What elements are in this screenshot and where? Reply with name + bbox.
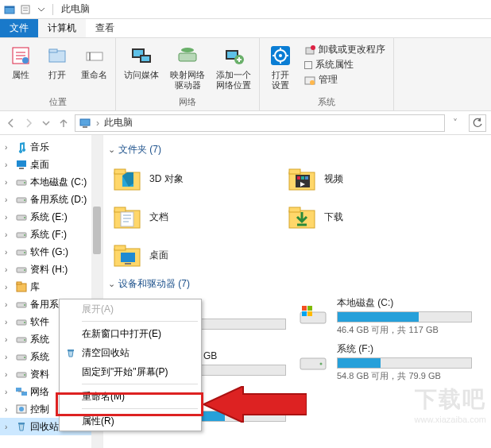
svg-point-97	[320, 363, 323, 365]
tree-item[interactable]: ›库	[0, 278, 102, 295]
tree-item[interactable]: ›软件 (G:)	[0, 243, 102, 261]
drive-item[interactable]: 本地磁盘 (C:)46.4 GB 可用，共 117 GB	[294, 294, 477, 338]
add-location-icon	[221, 43, 246, 68]
svg-rect-9	[87, 52, 102, 60]
tree-item-label: 控制	[30, 403, 49, 416]
tree-item[interactable]: ›资料 (H:)	[0, 261, 102, 278]
tree-item[interactable]: ›本地磁盘 (C:)	[0, 173, 102, 191]
tree-item-label: 系统 (F:)	[30, 228, 67, 241]
ribbon-uninstall-item[interactable]: 卸载或更改程序	[304, 43, 385, 56]
nav-up-button[interactable]	[57, 117, 70, 129]
ribbon-tabs: 文件 计算机 查看	[0, 19, 491, 38]
menu-pin-start[interactable]: 固定到"开始"屏幕(P)	[60, 362, 201, 381]
chevron-right-icon: ›	[5, 230, 13, 239]
menu-properties[interactable]: 属性(R)	[60, 411, 201, 431]
tab-computer[interactable]: 计算机	[38, 19, 86, 37]
tree-item[interactable]: ›音乐	[0, 138, 102, 156]
nav-forward-button[interactable]	[22, 117, 35, 129]
section-drives-header[interactable]: ⌄ 设备和驱动器 (7)	[108, 274, 491, 294]
drive-icon	[15, 315, 28, 328]
ribbon-open-button[interactable]: 打开	[41, 41, 73, 95]
tab-file[interactable]: 文件	[0, 19, 38, 37]
drive-icon	[15, 176, 28, 188]
tree-item-label: 桌面	[30, 158, 49, 172]
menu-open-new-window[interactable]: 在新窗口中打开(E)	[60, 324, 201, 343]
tree-item[interactable]: ›桌面	[0, 156, 102, 173]
svg-point-58	[24, 374, 25, 376]
tree-item-label: 回收站	[30, 420, 59, 434]
drive-free-text: 46.4 GB 可用，共 117 GB	[337, 324, 475, 336]
ribbon-properties-button[interactable]: 属性	[5, 41, 37, 95]
svg-rect-91	[307, 306, 312, 311]
ribbon: 属性 打开 重命名 位置 访问媒体	[0, 38, 491, 111]
folder-item[interactable]: 文档	[108, 198, 283, 236]
drive-usage-bar	[337, 357, 472, 369]
svg-rect-33	[17, 160, 26, 167]
tree-item[interactable]: ›系统 (E:)	[0, 208, 102, 226]
ribbon-rename-button[interactable]: 重命名	[78, 41, 110, 95]
properties-icon	[8, 43, 33, 68]
svg-rect-90	[302, 306, 307, 311]
nav-recent-button[interactable]	[40, 117, 52, 129]
tree-item-label: 系统	[30, 350, 49, 364]
drive-icon	[15, 350, 28, 363]
folder-item[interactable]: 下载	[283, 198, 466, 236]
svg-rect-100	[68, 350, 74, 351]
drive-icon	[15, 193, 28, 206]
drive-icon	[296, 346, 331, 378]
tree-item-label: 系统	[30, 333, 49, 346]
folder-item[interactable]: 视频	[283, 160, 466, 198]
chevron-down-icon: ⌄	[108, 279, 115, 289]
settings-icon	[268, 43, 293, 68]
tree-item-label: 资料	[30, 368, 49, 381]
menu-expand: 展开(A)	[60, 299, 201, 319]
drive-item[interactable]: 系统 (F:)54.8 GB 可用，共 79.9 GB	[294, 340, 477, 384]
svg-point-46	[24, 269, 25, 271]
svg-rect-48	[17, 282, 21, 284]
window-title: 此电脑	[61, 2, 90, 16]
menu-rename[interactable]: 重命名(M)	[60, 387, 201, 406]
drive-name: 系统 (F:)	[337, 342, 475, 356]
svg-point-52	[24, 322, 25, 323]
svg-point-42	[24, 234, 25, 236]
section-folders-header[interactable]: ⌄ 文件夹 (7)	[108, 140, 491, 160]
chevron-right-icon: ›	[5, 160, 13, 169]
chevron-right-icon: ›	[5, 353, 13, 361]
ribbon-sysprops-item[interactable]: 系统属性	[304, 58, 385, 71]
ribbon-media-button[interactable]: 访问媒体	[121, 41, 162, 95]
chevron-right-icon: ›	[5, 265, 13, 274]
desktop-icon	[15, 158, 28, 171]
3d-icon	[111, 163, 143, 195]
title-bar: 此电脑	[0, 0, 491, 19]
recycle-icon	[64, 346, 77, 359]
folder-item[interactable]: 桌面	[108, 236, 283, 274]
svg-point-54	[24, 339, 25, 341]
chevron-right-icon: ›	[5, 300, 13, 309]
refresh-button[interactable]	[469, 114, 486, 132]
nav-back-button[interactable]	[5, 117, 17, 129]
chevron-right-icon: ›	[5, 388, 13, 396]
breadcrumb-location[interactable]: 此电脑	[104, 116, 133, 129]
ribbon-map-drive-button[interactable]: 映射网络 驱动器	[167, 41, 208, 95]
chevron-down-icon: ⌄	[108, 145, 115, 155]
qat-dropdown-icon[interactable]	[35, 3, 48, 16]
address-box[interactable]: › 此电脑	[75, 114, 445, 132]
group-label-location: 位置	[49, 95, 67, 110]
tree-item[interactable]: ›备用系统 (D:)	[0, 191, 102, 208]
scrollbar-thumb[interactable]	[93, 207, 101, 254]
svg-point-44	[24, 252, 25, 253]
ribbon-group-network: 访问媒体 映射网络 驱动器 添加一个 网络位置 网络	[116, 38, 260, 110]
ribbon-add-location-button[interactable]: 添加一个 网络位置	[213, 41, 254, 95]
qat-properties-icon[interactable]	[19, 3, 32, 16]
folder-item[interactable]: 3D 对象	[108, 160, 283, 198]
tree-item[interactable]: ›系统 (F:)	[0, 226, 102, 243]
chevron-right-icon: ›	[5, 143, 13, 152]
svg-rect-86	[125, 263, 131, 265]
drive-usage-bar	[337, 311, 472, 322]
svg-rect-1	[5, 6, 14, 8]
ribbon-open-settings-button[interactable]: 打开 设置	[265, 41, 296, 95]
ribbon-manage-item[interactable]: 管理	[304, 73, 385, 87]
tab-view[interactable]: 查看	[86, 19, 124, 37]
address-dropdown-button[interactable]: ˅	[450, 118, 461, 129]
menu-empty-recycle-bin[interactable]: 清空回收站	[60, 343, 201, 362]
